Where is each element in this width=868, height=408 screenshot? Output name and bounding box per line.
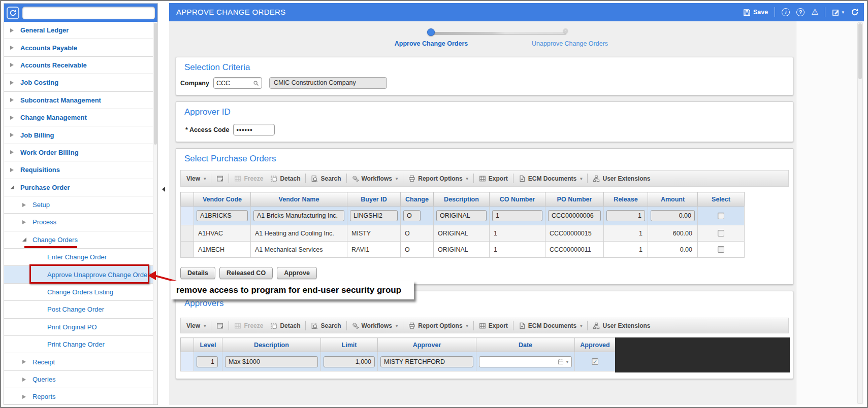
toolbar-export-button[interactable]: Export bbox=[475, 322, 511, 329]
toolbar-workflows-button[interactable]: Workflows▾ bbox=[348, 175, 402, 182]
sidebar-scrollbar-thumb[interactable] bbox=[154, 23, 157, 145]
step-unapprove-ring[interactable] bbox=[563, 28, 568, 33]
table-row-selected[interactable]: A1BRICKS A1 Bricks Manufacturing Inc. LI… bbox=[181, 207, 745, 225]
column-header[interactable]: Approver bbox=[378, 338, 476, 352]
tab-unapprove-change-orders[interactable]: Unapprove Change Orders bbox=[527, 40, 613, 47]
toolbar-report-options-button[interactable]: Report Options▾ bbox=[405, 322, 472, 329]
toolbar-search-button[interactable]: Search bbox=[307, 322, 344, 329]
sidebar-item-job-costing[interactable]: Job Costing bbox=[4, 74, 157, 91]
sidebar-item-setup[interactable]: Setup bbox=[4, 196, 157, 214]
info-button[interactable]: i bbox=[782, 8, 790, 16]
sidebar-item-accounts-payable[interactable]: Accounts Payable bbox=[4, 39, 157, 56]
toolbar-detach-button[interactable]: Detach bbox=[267, 322, 304, 329]
sidebar-item-enter-change-order[interactable]: Enter Change Order bbox=[4, 249, 157, 266]
sidebar-item-work-order-billing[interactable]: Work Order Billing bbox=[4, 144, 157, 161]
help-button[interactable]: ? bbox=[796, 8, 805, 16]
sidebar-scrollbar[interactable] bbox=[153, 22, 157, 404]
table-row[interactable]: A1HVAC A1 Heating and Cooling Inc. MISTY… bbox=[181, 225, 745, 242]
collapse-panel-icon[interactable] bbox=[162, 187, 165, 192]
column-header[interactable]: Release bbox=[604, 192, 648, 207]
sidebar-search-input[interactable] bbox=[22, 7, 155, 19]
column-header[interactable]: Limit bbox=[321, 338, 378, 352]
column-header[interactable]: Change bbox=[401, 192, 434, 207]
divider bbox=[513, 321, 513, 330]
select-checkbox[interactable] bbox=[718, 230, 724, 236]
toolbar-user-extensions-button[interactable]: User Extensions bbox=[589, 175, 654, 182]
column-header[interactable]: Amount bbox=[648, 192, 698, 207]
sidebar-item-process[interactable]: Process bbox=[4, 214, 157, 231]
sidebar-item-receipt[interactable]: Receipt bbox=[4, 353, 157, 370]
toolbar-panel-button[interactable] bbox=[213, 175, 227, 182]
sidebar-item-queries[interactable]: Queries bbox=[4, 371, 157, 388]
date-input[interactable]: ▾ bbox=[479, 356, 572, 367]
column-header[interactable]: Approved bbox=[575, 338, 616, 352]
sidebar-item-purchase-order[interactable]: Purchase Order bbox=[4, 179, 157, 196]
warning-button[interactable]: ⚠ bbox=[811, 8, 818, 16]
access-code-input[interactable]: •••••• bbox=[233, 124, 275, 135]
toolbar-view-button[interactable]: View▾ bbox=[183, 175, 209, 182]
column-header[interactable]: Vendor Code bbox=[194, 192, 251, 207]
sidebar-item-subcontract-management[interactable]: Subcontract Management bbox=[4, 92, 157, 109]
column-header[interactable]: Description bbox=[434, 192, 490, 207]
tab-approve-change-orders[interactable]: Approve Change Orders bbox=[391, 40, 472, 47]
column-header[interactable]: PO Number bbox=[545, 192, 604, 207]
toolbar-detach-button[interactable]: Detach bbox=[267, 175, 304, 182]
sidebar-item-change-orders-listing[interactable]: Change Orders Listing bbox=[4, 284, 157, 301]
sidebar-item-general-ledger[interactable]: General Ledger bbox=[4, 22, 157, 39]
toolbar-ecm-documents-button[interactable]: ECM Documents▾ bbox=[515, 175, 586, 182]
reload-button[interactable] bbox=[851, 8, 859, 16]
toolbar-workflows-button[interactable]: Workflows▾ bbox=[348, 322, 402, 329]
released-co-button[interactable]: Released CO bbox=[219, 267, 273, 279]
co-number-field: 1 bbox=[492, 210, 542, 221]
toolbar-panel-button[interactable] bbox=[213, 322, 227, 329]
sidebar-item-requisitions: Requisitions bbox=[4, 161, 157, 179]
sidebar-item-change-management[interactable]: Change Management bbox=[4, 109, 157, 126]
select-checkbox[interactable] bbox=[718, 246, 724, 253]
toolbar-freeze-button: Freeze bbox=[231, 322, 267, 329]
sidebar-item-post-change-order[interactable]: Post Change Order bbox=[4, 301, 157, 318]
toolbar-search-button[interactable]: Search bbox=[307, 175, 344, 182]
select-checkbox[interactable] bbox=[718, 213, 724, 219]
toolbar-report-options-button[interactable]: Report Options▾ bbox=[405, 175, 472, 182]
step-approve-dot[interactable] bbox=[427, 28, 435, 36]
sidebar-item-accounts-receivable[interactable]: Accounts Receivable bbox=[4, 57, 157, 74]
details-button[interactable]: Details bbox=[180, 267, 215, 279]
sidebar-refresh-button[interactable] bbox=[7, 7, 19, 19]
sidebar-item-reports[interactable]: Reports bbox=[4, 388, 157, 404]
sidebar-item-change-orders[interactable]: Change Orders bbox=[4, 231, 157, 249]
column-header[interactable]: Description bbox=[222, 338, 321, 352]
sidebar-item-approve-unapprove-change-orders[interactable]: Approve Unapprove Change Orders bbox=[4, 266, 157, 283]
divider bbox=[825, 7, 825, 17]
chevron-down-icon: ▾ bbox=[204, 323, 206, 328]
toolbar-view-button[interactable]: View▾ bbox=[183, 322, 209, 329]
column-header[interactable]: Vendor Name bbox=[251, 192, 347, 207]
chevron-right-icon bbox=[22, 203, 26, 207]
toolbar-export-button[interactable]: Export bbox=[475, 175, 511, 182]
sidebar-item-print-change-order[interactable]: Print Change Order bbox=[4, 336, 157, 353]
panel-icon bbox=[216, 322, 223, 329]
table-row[interactable]: A1MECH A1 Mechanical Services RAVI1 O OR… bbox=[181, 242, 745, 258]
content-scrollbar-thumb[interactable] bbox=[858, 23, 862, 79]
content-scrollbar[interactable] bbox=[857, 22, 863, 404]
toolbar-user-extensions-button[interactable]: User Extensions bbox=[589, 322, 654, 329]
column-header[interactable]: Select bbox=[698, 192, 745, 207]
edit-menu-button[interactable]: ▾ bbox=[832, 9, 844, 16]
export-icon bbox=[479, 322, 486, 329]
approve-button[interactable]: Approve bbox=[277, 267, 317, 279]
column-header[interactable]: Buyer ID bbox=[347, 192, 401, 207]
level-field: 1 bbox=[197, 356, 218, 367]
chevron-right-icon bbox=[10, 116, 14, 120]
table-row-selected[interactable]: 1 Max $1000 1,000 MISTY RETCHFORD ▾ ✓ bbox=[181, 352, 616, 371]
column-header[interactable]: Level bbox=[194, 338, 222, 352]
column-header[interactable]: CO Number bbox=[490, 192, 545, 207]
content-area: Approve Change Orders Unapprove Change O… bbox=[169, 21, 864, 405]
company-code-input[interactable]: CCC bbox=[213, 77, 262, 89]
approvers-table: Level Description Limit Approver Date Ap… bbox=[180, 337, 616, 371]
approved-checkbox[interactable]: ✓ bbox=[592, 358, 598, 365]
toolbar-ecm-documents-button[interactable]: ECM Documents▾ bbox=[515, 322, 586, 329]
column-header[interactable]: Date bbox=[476, 338, 575, 352]
sidebar-item-print-original-po[interactable]: Print Original PO bbox=[4, 319, 157, 336]
save-button[interactable]: Save bbox=[743, 9, 768, 16]
page-title: APPROVE CHANGE ORDERS bbox=[176, 8, 286, 16]
sidebar-item-job-billing[interactable]: Job Billing bbox=[4, 126, 157, 144]
